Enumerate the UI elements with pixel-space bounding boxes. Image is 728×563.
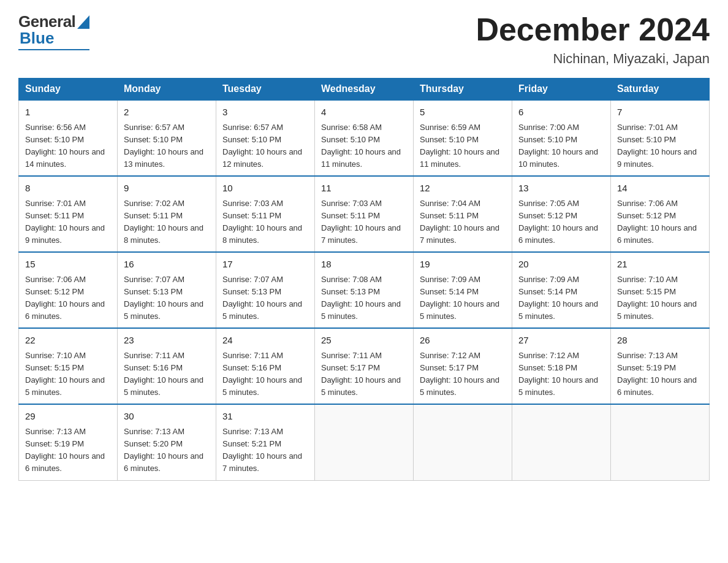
day-info: Sunrise: 7:13 AMSunset: 5:21 PMDaylight:… [222, 426, 308, 475]
calendar-body: 1Sunrise: 6:56 AMSunset: 5:10 PMDaylight… [19, 100, 710, 480]
day-number: 19 [420, 258, 506, 272]
day-info: Sunrise: 6:57 AMSunset: 5:10 PMDaylight:… [222, 121, 308, 171]
day-number: 14 [617, 182, 703, 196]
calendar-cell [611, 404, 710, 480]
day-number: 1 [25, 105, 111, 120]
day-number: 7 [617, 105, 703, 120]
col-sunday: Sunday [19, 79, 118, 101]
day-info: Sunrise: 7:11 AMSunset: 5:16 PMDaylight:… [124, 350, 210, 399]
calendar-cell: 2Sunrise: 6:57 AMSunset: 5:10 PMDaylight… [118, 100, 216, 176]
day-info: Sunrise: 7:10 AMSunset: 5:15 PMDaylight:… [25, 350, 111, 399]
calendar-cell: 6Sunrise: 7:00 AMSunset: 5:10 PMDaylight… [512, 100, 611, 176]
day-number: 21 [617, 258, 703, 272]
day-info: Sunrise: 7:13 AMSunset: 5:19 PMDaylight:… [25, 426, 111, 475]
col-monday: Monday [118, 79, 216, 101]
day-info: Sunrise: 7:12 AMSunset: 5:17 PMDaylight:… [420, 350, 506, 399]
day-info: Sunrise: 6:58 AMSunset: 5:10 PMDaylight:… [321, 121, 407, 171]
calendar-cell: 19Sunrise: 7:09 AMSunset: 5:14 PMDayligh… [414, 252, 512, 328]
calendar-cell: 16Sunrise: 7:07 AMSunset: 5:13 PMDayligh… [118, 252, 216, 328]
day-number: 10 [222, 182, 308, 196]
calendar-week-row: 22Sunrise: 7:10 AMSunset: 5:15 PMDayligh… [19, 328, 710, 404]
header-row: Sunday Monday Tuesday Wednesday Thursday… [19, 79, 710, 101]
day-info: Sunrise: 6:59 AMSunset: 5:10 PMDaylight:… [420, 121, 506, 171]
calendar-cell: 25Sunrise: 7:11 AMSunset: 5:17 PMDayligh… [315, 328, 414, 404]
day-info: Sunrise: 7:08 AMSunset: 5:13 PMDaylight:… [321, 274, 407, 323]
calendar-cell: 24Sunrise: 7:11 AMSunset: 5:16 PMDayligh… [216, 328, 315, 404]
page-header: General Blue December 2024 Nichinan, Miy… [18, 12, 710, 67]
day-number: 25 [321, 334, 407, 348]
calendar-cell: 15Sunrise: 7:06 AMSunset: 5:12 PMDayligh… [19, 252, 118, 328]
day-info: Sunrise: 7:13 AMSunset: 5:20 PMDaylight:… [124, 426, 210, 475]
day-number: 12 [420, 182, 506, 196]
logo-blue-text: Blue [20, 29, 54, 48]
day-info: Sunrise: 7:00 AMSunset: 5:10 PMDaylight:… [518, 121, 604, 171]
col-tuesday: Tuesday [216, 79, 315, 101]
title-section: December 2024 Nichinan, Miyazaki, Japan [476, 12, 710, 67]
calendar-cell: 27Sunrise: 7:12 AMSunset: 5:18 PMDayligh… [512, 328, 611, 404]
calendar-cell: 20Sunrise: 7:09 AMSunset: 5:14 PMDayligh… [512, 252, 611, 328]
day-number: 22 [25, 334, 111, 348]
calendar-cell: 3Sunrise: 6:57 AMSunset: 5:10 PMDaylight… [216, 100, 315, 176]
day-number: 24 [222, 334, 308, 348]
calendar-cell: 11Sunrise: 7:03 AMSunset: 5:11 PMDayligh… [315, 176, 414, 252]
calendar-cell: 1Sunrise: 6:56 AMSunset: 5:10 PMDaylight… [19, 100, 118, 176]
calendar-cell: 7Sunrise: 7:01 AMSunset: 5:10 PMDaylight… [611, 100, 710, 176]
day-number: 29 [25, 410, 111, 424]
calendar-cell: 23Sunrise: 7:11 AMSunset: 5:16 PMDayligh… [118, 328, 216, 404]
col-thursday: Thursday [414, 79, 512, 101]
day-info: Sunrise: 7:09 AMSunset: 5:14 PMDaylight:… [420, 274, 506, 323]
day-info: Sunrise: 7:10 AMSunset: 5:15 PMDaylight:… [617, 274, 703, 323]
day-number: 23 [124, 334, 210, 348]
calendar-header: Sunday Monday Tuesday Wednesday Thursday… [19, 79, 710, 101]
calendar-week-row: 15Sunrise: 7:06 AMSunset: 5:12 PMDayligh… [19, 252, 710, 328]
day-number: 11 [321, 182, 407, 196]
calendar-cell: 13Sunrise: 7:05 AMSunset: 5:12 PMDayligh… [512, 176, 611, 252]
day-number: 6 [518, 105, 604, 120]
day-info: Sunrise: 6:57 AMSunset: 5:10 PMDaylight:… [124, 121, 210, 171]
calendar-cell: 4Sunrise: 6:58 AMSunset: 5:10 PMDaylight… [315, 100, 414, 176]
day-info: Sunrise: 7:11 AMSunset: 5:16 PMDaylight:… [222, 350, 308, 399]
calendar-cell [315, 404, 414, 480]
day-number: 8 [25, 182, 111, 196]
calendar-cell: 28Sunrise: 7:13 AMSunset: 5:19 PMDayligh… [611, 328, 710, 404]
day-number: 27 [518, 334, 604, 348]
day-info: Sunrise: 7:05 AMSunset: 5:12 PMDaylight:… [518, 197, 604, 247]
calendar-cell: 8Sunrise: 7:01 AMSunset: 5:11 PMDaylight… [19, 176, 118, 252]
calendar-table: Sunday Monday Tuesday Wednesday Thursday… [18, 78, 710, 480]
day-number: 13 [518, 182, 604, 196]
col-wednesday: Wednesday [315, 79, 414, 101]
logo-arrow-icon [77, 15, 89, 29]
day-info: Sunrise: 7:09 AMSunset: 5:14 PMDaylight:… [518, 274, 604, 323]
day-number: 20 [518, 258, 604, 272]
calendar-cell: 17Sunrise: 7:07 AMSunset: 5:13 PMDayligh… [216, 252, 315, 328]
calendar-week-row: 29Sunrise: 7:13 AMSunset: 5:19 PMDayligh… [19, 404, 710, 480]
day-info: Sunrise: 7:11 AMSunset: 5:17 PMDaylight:… [321, 350, 407, 399]
day-number: 18 [321, 258, 407, 272]
day-info: Sunrise: 7:07 AMSunset: 5:13 PMDaylight:… [222, 274, 308, 323]
calendar-cell: 31Sunrise: 7:13 AMSunset: 5:21 PMDayligh… [216, 404, 315, 480]
calendar-cell: 26Sunrise: 7:12 AMSunset: 5:17 PMDayligh… [414, 328, 512, 404]
day-number: 15 [25, 258, 111, 272]
day-info: Sunrise: 6:56 AMSunset: 5:10 PMDaylight:… [25, 121, 111, 171]
logo: General Blue [18, 12, 89, 50]
day-info: Sunrise: 7:01 AMSunset: 5:11 PMDaylight:… [25, 197, 111, 247]
day-info: Sunrise: 7:04 AMSunset: 5:11 PMDaylight:… [420, 197, 506, 247]
calendar-cell: 10Sunrise: 7:03 AMSunset: 5:11 PMDayligh… [216, 176, 315, 252]
svg-marker-0 [77, 15, 89, 29]
day-info: Sunrise: 7:13 AMSunset: 5:19 PMDaylight:… [617, 350, 703, 399]
day-number: 2 [124, 105, 210, 120]
calendar-cell: 22Sunrise: 7:10 AMSunset: 5:15 PMDayligh… [19, 328, 118, 404]
day-info: Sunrise: 7:03 AMSunset: 5:11 PMDaylight:… [321, 197, 407, 247]
calendar-cell: 30Sunrise: 7:13 AMSunset: 5:20 PMDayligh… [118, 404, 216, 480]
calendar-cell: 18Sunrise: 7:08 AMSunset: 5:13 PMDayligh… [315, 252, 414, 328]
day-number: 5 [420, 105, 506, 120]
day-info: Sunrise: 7:12 AMSunset: 5:18 PMDaylight:… [518, 350, 604, 399]
day-info: Sunrise: 7:06 AMSunset: 5:12 PMDaylight:… [617, 197, 703, 247]
calendar-week-row: 8Sunrise: 7:01 AMSunset: 5:11 PMDaylight… [19, 176, 710, 252]
day-number: 16 [124, 258, 210, 272]
location-title: Nichinan, Miyazaki, Japan [476, 51, 710, 67]
calendar-cell: 5Sunrise: 6:59 AMSunset: 5:10 PMDaylight… [414, 100, 512, 176]
day-number: 31 [222, 410, 308, 424]
calendar-cell: 21Sunrise: 7:10 AMSunset: 5:15 PMDayligh… [611, 252, 710, 328]
day-info: Sunrise: 7:01 AMSunset: 5:10 PMDaylight:… [617, 121, 703, 171]
